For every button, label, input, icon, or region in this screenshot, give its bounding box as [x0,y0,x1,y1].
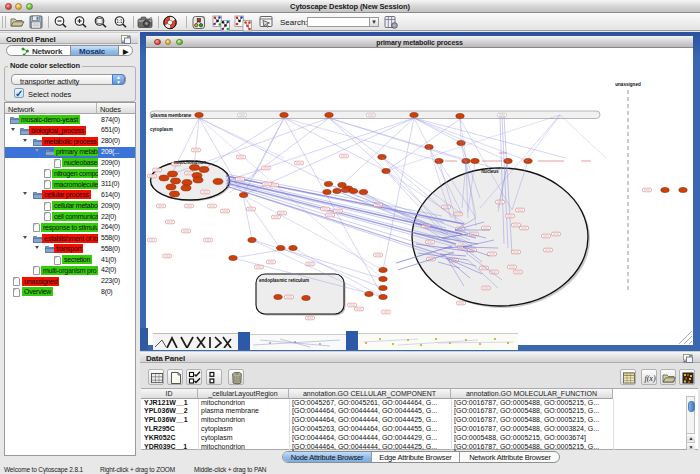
svg-text:unassigned: unassigned [615,82,641,87]
svg-text:1:1: 1:1 [116,19,123,24]
svg-text:mitochondrion: mitochondrion [174,160,206,165]
svg-text:cytoplasm: cytoplasm [150,127,173,132]
svg-text:plasma membrane: plasma membrane [151,113,192,118]
svg-text:endoplasmic reticulum: endoplasmic reticulum [259,278,309,283]
svg-text:nucleus: nucleus [481,169,499,174]
svg-text:f(x): f(x) [644,374,655,383]
